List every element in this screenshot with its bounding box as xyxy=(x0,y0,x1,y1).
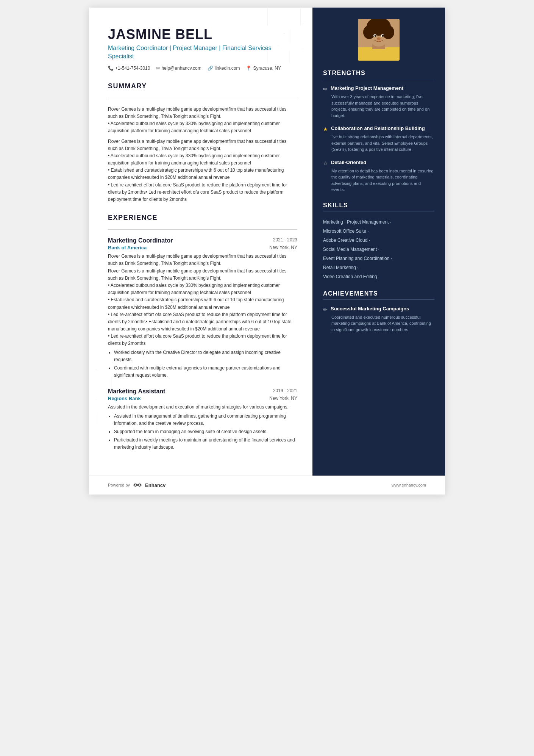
candidate-photo xyxy=(358,19,400,61)
svg-point-10 xyxy=(375,35,376,37)
experience-entry-2: Marketing Assistant 2019 - 2021 Regions … xyxy=(108,388,297,451)
linkedin-value: linkedin.com xyxy=(215,66,240,71)
experience-section: EXPERIENCE Marketing Coordinator 2021 - … xyxy=(108,214,297,451)
summary-para-2: Rover Games is a multi-play mobile game … xyxy=(108,138,297,203)
achievement1-name: Successful Marketing Campaigns xyxy=(331,306,409,312)
strengths-section: STRENGTHS ✏ Marketing Project Management… xyxy=(323,70,434,193)
exp1-location: New York, NY xyxy=(269,245,297,250)
exp2-location: New York, NY xyxy=(269,396,297,401)
strength3-name: Detail-Oriented xyxy=(331,160,366,166)
exp2-company: Regions Bank xyxy=(108,396,141,401)
footer-left: Powered by Enhancv xyxy=(108,482,166,488)
exp1-company: Bank of America xyxy=(108,245,147,250)
strength1-desc: With over 3 years of experience in marke… xyxy=(323,94,434,119)
strength1-name: Marketing Project Management xyxy=(331,85,403,92)
strengths-divider xyxy=(323,79,434,79)
phone-contact: 📞 +1-541-754-3010 xyxy=(108,66,150,71)
candidate-title: Marketing Coordinator | Project Manager … xyxy=(108,44,297,61)
exp2-date: 2019 - 2021 xyxy=(273,388,297,393)
exp1-title: Marketing Coordinator xyxy=(108,237,173,244)
photo-container xyxy=(323,19,434,61)
phone-value: +1-541-754-3010 xyxy=(115,66,150,71)
strength-item-3: ☆ Detail-Oriented My attention to detail… xyxy=(323,160,434,193)
strength1-icon: ✏ xyxy=(323,86,328,92)
photo-svg xyxy=(358,19,400,61)
skill-6: Retail Marketing · xyxy=(323,263,434,272)
strength2-icon: ★ xyxy=(323,126,328,132)
skill-7: Video Creation and Editing xyxy=(323,272,434,281)
summary-divider xyxy=(108,98,297,98)
skills-title: SKILLS xyxy=(323,202,434,209)
strength3-icon: ☆ xyxy=(323,160,328,166)
experience-title: EXPERIENCE xyxy=(108,214,297,222)
skills-section: SKILLS Marketing · Project Management · … xyxy=(323,202,434,281)
exp2-title: Marketing Assistant xyxy=(108,388,165,395)
location-value: Syracuse, NY xyxy=(253,66,281,71)
summary-title: SUMMARY xyxy=(108,82,297,90)
resume-footer: Powered by Enhancv www.enhancv.com xyxy=(89,476,445,495)
strength2-name: Collaboration and Relationship Building xyxy=(331,125,425,132)
skills-divider xyxy=(323,211,434,211)
achievement1-desc: Coordinated and executed numerous succes… xyxy=(323,314,434,333)
strength2-desc: I've built strong relationships with int… xyxy=(323,134,434,153)
summary-para-1: Rover Games is a multi-play mobile game … xyxy=(108,106,297,135)
achievement-item-1: ✏ Successful Marketing Campaigns Coordin… xyxy=(323,306,434,333)
enhancv-logo-icon xyxy=(133,482,142,488)
svg-point-12 xyxy=(377,38,381,40)
email-icon: ✉ xyxy=(156,66,160,71)
link-icon: 🔗 xyxy=(208,66,213,71)
achievement1-icon: ✏ xyxy=(323,307,328,313)
experience-divider xyxy=(108,229,297,230)
powered-by-text: Powered by xyxy=(108,483,130,487)
brand-name: Enhancv xyxy=(145,482,166,488)
location-contact: 📍 Syracuse, NY xyxy=(246,66,281,71)
resume-document: JASMINE BELL Marketing Coordinator | Pro… xyxy=(89,8,445,495)
skill-2: Microsoft Office Suite · xyxy=(323,227,434,236)
left-column: JASMINE BELL Marketing Coordinator | Pro… xyxy=(89,8,312,476)
strength-item-1: ✏ Marketing Project Management With over… xyxy=(323,85,434,119)
exp2-desc: Assisted in the development and executio… xyxy=(108,404,297,451)
strength-item-2: ★ Collaboration and Relationship Buildin… xyxy=(323,125,434,153)
strength3-desc: My attention to detail has been instrume… xyxy=(323,168,434,193)
svg-rect-1 xyxy=(358,47,400,61)
skill-4: Social Media Management · xyxy=(323,245,434,254)
skill-3: Adobe Creative Cloud · xyxy=(323,236,434,245)
contact-row: 📞 +1-541-754-3010 ✉ help@enhancv.com 🔗 l… xyxy=(108,66,297,71)
skill-5: Event Planning and Coordination · xyxy=(323,254,434,263)
location-icon: 📍 xyxy=(246,66,251,71)
linkedin-contact: 🔗 linkedin.com xyxy=(208,66,240,71)
achievements-section: ACHIEVEMENTS ✏ Successful Marketing Camp… xyxy=(323,290,434,333)
resume-header: JASMINE BELL Marketing Coordinator | Pro… xyxy=(108,23,297,71)
skill-1: Marketing · Project Management · xyxy=(323,218,434,227)
summary-section: SUMMARY Rover Games is a multi-play mobi… xyxy=(108,82,297,203)
right-column: STRENGTHS ✏ Marketing Project Management… xyxy=(312,8,445,476)
exp1-desc: Rover Games is a multi-play mobile game … xyxy=(108,253,297,379)
footer-website: www.enhancv.com xyxy=(392,483,426,487)
email-value: help@enhancv.com xyxy=(161,66,201,71)
exp1-date: 2021 - 2023 xyxy=(273,237,297,243)
phone-icon: 📞 xyxy=(108,66,114,71)
strengths-title: STRENGTHS xyxy=(323,70,434,77)
svg-point-11 xyxy=(382,35,384,37)
experience-entry-1: Marketing Coordinator 2021 - 2023 Bank o… xyxy=(108,237,297,379)
email-contact: ✉ help@enhancv.com xyxy=(156,66,201,71)
achievements-divider xyxy=(323,299,434,300)
achievements-title: ACHIEVEMENTS xyxy=(323,290,434,297)
candidate-name: JASMINE BELL xyxy=(108,27,297,42)
